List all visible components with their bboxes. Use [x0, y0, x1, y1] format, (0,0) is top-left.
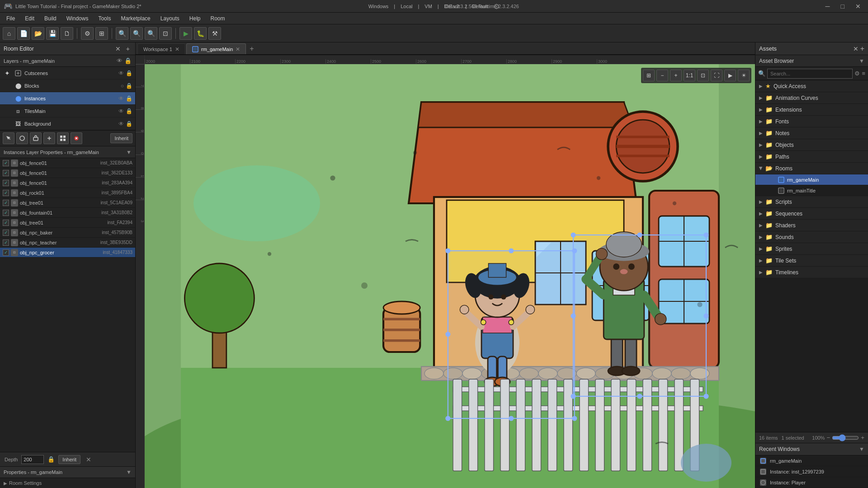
save-all-button[interactable]: 🗋: [61, 27, 73, 40]
fill-tool-button[interactable]: [30, 132, 42, 144]
inst-checkbox-2[interactable]: ✓: [3, 180, 9, 186]
nav-default1[interactable]: Default: [444, 4, 460, 9]
menu-build[interactable]: Build: [40, 14, 61, 23]
quick-access-group[interactable]: ▶ ★ Quick Access: [755, 80, 868, 92]
layer-background[interactable]: 🖼 Background 👁 🔒: [0, 117, 135, 130]
zoom-100-canvas-button[interactable]: 1:1: [684, 70, 695, 81]
fit-canvas-button[interactable]: ⊡: [697, 70, 709, 81]
cutscenes-lock-button[interactable]: 🔒: [126, 70, 132, 76]
recent-item-1[interactable]: Instance: inst_12997239: [755, 466, 868, 477]
tile-sets-group[interactable]: ▶ 📁 Tile Sets: [755, 255, 868, 267]
zoom-fit-button[interactable]: ⊡: [159, 27, 172, 40]
menu-room[interactable]: Room: [206, 14, 230, 23]
background-vis-button[interactable]: 👁: [118, 121, 124, 127]
nav-settings-icon[interactable]: ⚙: [493, 2, 500, 11]
instance-row-3[interactable]: ✓ ⧈ obj_rock01 inst_3895FBA4: [0, 188, 135, 198]
nav-windows[interactable]: Windows: [368, 4, 389, 9]
pencil-tool-button[interactable]: [16, 132, 28, 144]
room-props-button[interactable]: ⚙: [81, 27, 94, 40]
assets-add-button[interactable]: +: [860, 45, 864, 53]
zoom-out-button[interactable]: 🔍: [116, 27, 128, 40]
inst-checkbox-4[interactable]: ✓: [3, 200, 9, 206]
extensions-group[interactable]: ▶ 📁 Extensions: [755, 104, 868, 116]
inherit-button[interactable]: Inherit: [110, 133, 132, 143]
sounds-group[interactable]: ▶ 📁 Sounds: [755, 231, 868, 243]
assets-close-button[interactable]: ✕: [853, 45, 859, 53]
nav-vm[interactable]: VM: [425, 4, 432, 9]
delete-tool-button[interactable]: [71, 132, 82, 144]
depth-clear-button[interactable]: ✕: [84, 455, 93, 464]
timelines-group[interactable]: ▶ 📁 Timelines: [755, 267, 868, 278]
instance-row-4[interactable]: ✓ ⧈ obj_tree01 inst_5C1AEA09: [0, 198, 135, 208]
menu-edit[interactable]: Edit: [20, 14, 39, 23]
menu-file[interactable]: File: [2, 14, 19, 23]
sort-button[interactable]: ≡: [862, 70, 865, 77]
shaders-group[interactable]: ▶ 📁 Shaders: [755, 220, 868, 231]
notes-group[interactable]: ▶ 📁 Notes: [755, 127, 868, 139]
nav-local[interactable]: Local: [401, 4, 412, 9]
menu-marketplace[interactable]: Marketplace: [116, 14, 155, 23]
cutscenes-vis-button[interactable]: 👁: [118, 70, 124, 76]
save-button[interactable]: 💾: [46, 27, 59, 40]
new-button[interactable]: 📄: [17, 27, 30, 40]
close-button[interactable]: ✕: [852, 2, 864, 11]
add-layer-tool-button[interactable]: [57, 132, 69, 144]
layer-tilesmain[interactable]: ⧈ TilesMain 👁 🔒: [0, 105, 135, 117]
asset-rm-maintitle[interactable]: rm_mainTitle: [755, 185, 868, 196]
asset-browser-bar[interactable]: Asset Browser ▼: [755, 55, 868, 67]
zoom-increase-button[interactable]: +: [861, 434, 864, 441]
fonts-group[interactable]: ▶ 📁 Fonts: [755, 116, 868, 127]
workspace-tab-close[interactable]: ✕: [175, 47, 179, 52]
instance-row-1[interactable]: ✓ ⧈ obj_fence01 inst_362DE133: [0, 168, 135, 178]
grid-view-button[interactable]: ⊞: [643, 70, 655, 81]
inst-checkbox-0[interactable]: ✓: [3, 160, 9, 166]
instance-row-6[interactable]: ✓ ⧈ obj_tree01 inst_FA2394: [0, 218, 135, 228]
inst-checkbox-9[interactable]: ✓: [3, 249, 9, 256]
blocks-vis-button[interactable]: ○: [121, 83, 124, 89]
instance-row-9[interactable]: ✓ ⧈ obj_npc_grocer inst_41847333: [0, 248, 135, 258]
main-tab[interactable]: rm_gameMain ✕: [186, 43, 246, 54]
instances-lock-button[interactable]: 🔒: [126, 95, 132, 102]
home-button[interactable]: ⌂: [3, 27, 15, 40]
scripts-group[interactable]: ▶ 📁 Scripts: [755, 196, 868, 208]
menu-help[interactable]: Help: [185, 14, 205, 23]
search-input[interactable]: [767, 69, 853, 79]
rooms-group[interactable]: ▶ 📂 Rooms: [755, 163, 868, 174]
instance-row-5[interactable]: ✓ ⧈ obj_fountain01 inst_3A31B0B2: [0, 208, 135, 218]
depth-lock-button[interactable]: 🔒: [47, 456, 55, 463]
instance-row-2[interactable]: ✓ ⧈ obj_fence01 inst_283AA394: [0, 178, 135, 188]
menu-layouts[interactable]: Layouts: [156, 14, 184, 23]
zoom-reset-button[interactable]: 🔍: [130, 27, 143, 40]
add-in-tool-button[interactable]: [43, 132, 55, 144]
debug-button[interactable]: 🐛: [194, 27, 207, 40]
depth-input[interactable]: [21, 455, 44, 464]
properties-collapse-button[interactable]: ▼: [126, 469, 132, 475]
objects-group[interactable]: ▶ 📁 Objects: [755, 139, 868, 151]
minimize-button[interactable]: ─: [822, 2, 834, 11]
blocks-lock-button[interactable]: 🔒: [126, 83, 132, 89]
instances-vis-button[interactable]: 👁: [118, 95, 124, 102]
layer-lock-all-button[interactable]: 🔒: [124, 57, 132, 64]
cutscenes-add-icon[interactable]: ✦: [3, 70, 12, 77]
menu-windows[interactable]: Windows: [62, 14, 93, 23]
layer-instances[interactable]: ⬤ Instances 👁 🔒: [0, 92, 135, 105]
recent-item-0[interactable]: rm_gameMain: [755, 455, 868, 466]
tab-add-button[interactable]: +: [247, 43, 256, 54]
tilesmain-lock-button[interactable]: 🔒: [126, 108, 132, 114]
inst-checkbox-3[interactable]: ✓: [3, 190, 9, 196]
canvas-viewport[interactable]: ⊞ − + 1:1 ⊡ ⛶ ▶ ☀: [145, 64, 755, 488]
layer-cutscenes[interactable]: ✦ Cutscenes 👁 🔒: [0, 67, 135, 80]
recent-item-2[interactable]: Instance: Player: [755, 477, 868, 488]
grid-button[interactable]: ⊞: [95, 27, 108, 40]
inst-checkbox-8[interactable]: ✓: [3, 239, 9, 246]
zoom-in-canvas-button[interactable]: +: [670, 70, 682, 81]
zoom-out-canvas-button[interactable]: −: [656, 70, 668, 81]
room-editor-add-button[interactable]: +: [124, 45, 132, 52]
maximize-button[interactable]: □: [837, 2, 848, 11]
sequences-group[interactable]: ▶ 📁 Sequences: [755, 208, 868, 220]
asset-rm-gamemain[interactable]: rm_gameMain: [755, 174, 868, 185]
zoom-slider[interactable]: [832, 434, 859, 441]
menu-tools[interactable]: Tools: [94, 14, 115, 23]
zoom-in-button[interactable]: 🔍: [145, 27, 157, 40]
inst-checkbox-6[interactable]: ✓: [3, 220, 9, 226]
